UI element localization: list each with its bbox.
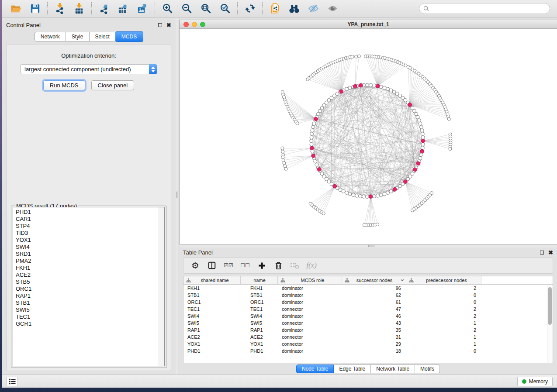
table-scrollbar-thumb[interactable] bbox=[548, 287, 552, 325]
optimization-criterion-select[interactable]: largest connected component (undirected) bbox=[20, 64, 157, 74]
search-field[interactable] bbox=[419, 3, 550, 14]
save-session-icon[interactable] bbox=[28, 2, 42, 15]
mcds-result-item[interactable]: CAR1 bbox=[16, 216, 164, 223]
zoom-out-icon[interactable] bbox=[180, 2, 193, 15]
minimize-window-icon[interactable] bbox=[192, 22, 197, 27]
table-cell: 35 bbox=[342, 327, 406, 334]
export-table-icon[interactable] bbox=[117, 2, 130, 15]
clone-network-icon[interactable] bbox=[268, 2, 281, 15]
table-cell: SWI4 bbox=[241, 313, 278, 320]
table-cell: RAP1 bbox=[183, 327, 241, 334]
function-builder-icon: f(x) bbox=[305, 260, 318, 271]
mcds-result-group: MCDS result (17 nodes) PHD1CAR1STP4TID3Y… bbox=[11, 206, 166, 368]
mcds-result-item[interactable]: STB5 bbox=[16, 279, 164, 285]
zoom-selected-icon[interactable] bbox=[218, 2, 232, 15]
network-canvas[interactable] bbox=[180, 29, 557, 244]
tab-network-table[interactable]: Network Table bbox=[371, 364, 415, 373]
delete-column-icon[interactable] bbox=[272, 260, 285, 271]
export-image-icon[interactable] bbox=[136, 2, 149, 15]
column-header-predecessor-nodes[interactable]: predecessor nodes bbox=[406, 276, 481, 284]
table-cell: SWI5 bbox=[241, 320, 278, 327]
vertical-splitter[interactable] bbox=[176, 17, 179, 375]
mcds-result-item[interactable]: GCR1 bbox=[16, 320, 164, 327]
export-network-icon[interactable] bbox=[97, 2, 111, 15]
mcds-result-item[interactable]: ORC1 bbox=[16, 285, 164, 292]
table-row[interactable]: ACE2ACE2connector311 bbox=[183, 334, 553, 340]
tab-select[interactable]: Select bbox=[90, 32, 116, 41]
table-row[interactable]: STB1STB1dominator620 bbox=[183, 292, 553, 299]
settings-gear-icon[interactable]: ⚙ bbox=[189, 260, 202, 271]
tab-motifs[interactable]: Motifs bbox=[415, 364, 440, 373]
mcds-result-item[interactable]: TID3 bbox=[16, 230, 164, 237]
task-history-button[interactable] bbox=[6, 377, 18, 386]
table-row[interactable]: SWI4SWI4dominator462 bbox=[183, 313, 553, 320]
close-panel-icon[interactable]: ✖ bbox=[548, 251, 553, 254]
zoom-window-icon[interactable] bbox=[200, 22, 205, 27]
tab-style[interactable]: Style bbox=[66, 32, 90, 41]
close-window-icon[interactable] bbox=[183, 22, 189, 27]
table-row[interactable]: FKH1FKH1dominator962 bbox=[183, 285, 553, 292]
search-input[interactable] bbox=[432, 6, 546, 12]
table-panel-title: Table Panel bbox=[183, 249, 213, 256]
splitter-grip[interactable] bbox=[176, 192, 178, 198]
table-row[interactable]: PHD1PHD1dominator180 bbox=[183, 347, 553, 354]
close-panel-button[interactable]: Close panel bbox=[91, 80, 135, 90]
open-file-icon[interactable] bbox=[9, 2, 22, 15]
add-column-icon[interactable] bbox=[255, 260, 268, 271]
tab-node-table[interactable]: Node Table bbox=[296, 364, 334, 373]
mcds-result-item[interactable]: STB1 bbox=[16, 299, 164, 306]
deselect-all-icon[interactable]: ☐☐ bbox=[239, 260, 252, 271]
column-header-shared-name[interactable]: shared name bbox=[183, 276, 241, 284]
hide-panels-icon[interactable] bbox=[307, 2, 320, 15]
float-panel-icon[interactable] bbox=[540, 251, 544, 254]
mcds-result-item[interactable]: STP4 bbox=[16, 223, 164, 230]
table-scrollbar-track[interactable] bbox=[547, 285, 553, 363]
refresh-layout-icon[interactable] bbox=[243, 2, 256, 15]
memory-button[interactable]: Memory bbox=[517, 377, 553, 386]
import-table-icon[interactable] bbox=[73, 2, 86, 15]
column-layout-icon[interactable] bbox=[205, 260, 218, 271]
list-scrollbar-track[interactable] bbox=[159, 207, 164, 366]
zoom-in-icon[interactable] bbox=[161, 2, 174, 15]
mcds-result-item[interactable]: PMA2 bbox=[16, 258, 164, 265]
mcds-result-item[interactable]: RAP1 bbox=[16, 292, 164, 299]
table-row[interactable]: RAP1RAP1dominator352 bbox=[183, 327, 553, 334]
mcds-result-item[interactable]: TEC1 bbox=[16, 313, 164, 320]
table-row[interactable]: ORC1ORC1dominator610 bbox=[183, 299, 553, 306]
tab-mcds[interactable]: MCDS bbox=[115, 31, 143, 42]
table-cell: dominator bbox=[278, 285, 342, 292]
table-row[interactable]: YOX1YOX1connector291 bbox=[183, 340, 553, 347]
zoom-fit-icon[interactable] bbox=[199, 2, 212, 15]
table-cell: SWI4 bbox=[183, 313, 241, 320]
mcds-result-list[interactable]: PHD1CAR1STP4TID3YOX1SWI4SRD1PMA2FKH1ACE2… bbox=[13, 207, 165, 366]
splitter-grip[interactable] bbox=[368, 245, 374, 247]
mcds-result-item[interactable]: YOX1 bbox=[16, 237, 164, 244]
column-header-MCDS-role[interactable]: MCDS role bbox=[278, 276, 342, 284]
mcds-result-item[interactable]: FKH1 bbox=[16, 265, 164, 272]
hierarchy-icon bbox=[345, 278, 349, 283]
table-cell: ACE2 bbox=[241, 334, 278, 340]
mcds-result-item[interactable]: SWI4 bbox=[16, 244, 164, 251]
run-mcds-button[interactable]: Run MCDS bbox=[43, 80, 85, 90]
table-cell: TEC1 bbox=[241, 306, 278, 313]
select-all-icon[interactable]: ☑☑ bbox=[222, 260, 235, 271]
column-header-successor-nodes[interactable]: successor nodes bbox=[342, 276, 406, 284]
table-row[interactable]: TEC1TEC1connector472 bbox=[183, 306, 553, 313]
mcds-result-item[interactable]: PHD1 bbox=[16, 209, 164, 216]
table-row[interactable]: SWI5SWI5connector431 bbox=[183, 320, 553, 327]
selected-criterion-value: largest connected component (undirected) bbox=[21, 66, 149, 72]
column-header-name[interactable]: name bbox=[241, 276, 278, 284]
mcds-result-item[interactable]: SRD1 bbox=[16, 251, 164, 258]
close-panel-icon[interactable]: ✖ bbox=[166, 23, 171, 27]
horizontal-splitter[interactable] bbox=[179, 244, 557, 248]
toolbar-separator bbox=[91, 2, 92, 15]
mcds-result-item[interactable]: SWI5 bbox=[16, 306, 164, 313]
tab-network[interactable]: Network bbox=[35, 32, 66, 41]
mcds-result-item[interactable]: ACE2 bbox=[16, 272, 164, 279]
table-cell: 43 bbox=[342, 320, 406, 327]
tab-edge-table[interactable]: Edge Table bbox=[334, 364, 371, 373]
import-network-icon[interactable] bbox=[53, 2, 66, 15]
search-binoculars-icon[interactable] bbox=[287, 2, 301, 15]
float-panel-icon[interactable] bbox=[158, 23, 162, 27]
table-body: FKH1FKH1dominator962STB1STB1dominator620… bbox=[183, 285, 553, 354]
